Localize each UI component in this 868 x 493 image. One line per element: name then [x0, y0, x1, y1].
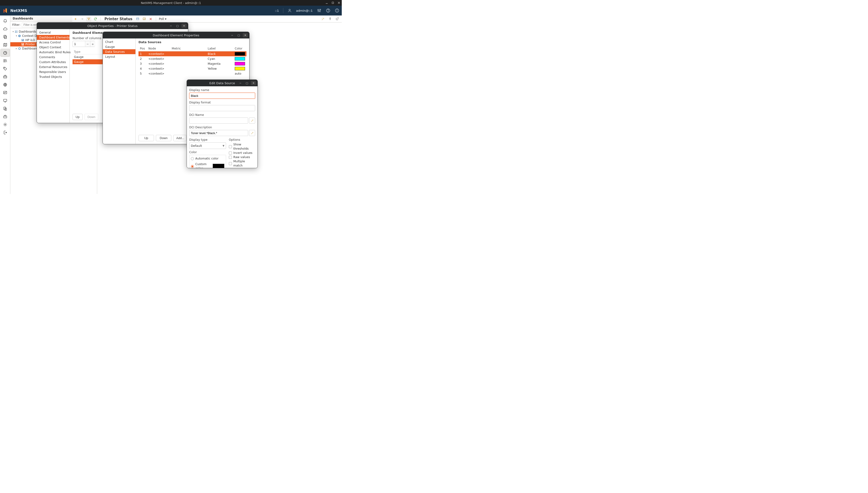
dialog-elem-minimize-icon[interactable]: ─: [230, 33, 235, 37]
dialog-ds-close-icon[interactable]: ✕: [251, 81, 256, 85]
nav-object-context[interactable]: Object Context: [37, 45, 69, 50]
window-minimize-icon[interactable]: [325, 1, 328, 4]
nav-trusted[interactable]: Trusted Objects: [37, 74, 69, 79]
col-label[interactable]: Label: [206, 46, 233, 51]
svg-rect-30: [143, 18, 145, 20]
poll-dropdown[interactable]: Poll ▾: [159, 17, 166, 21]
num-cols-minus[interactable]: −: [85, 41, 90, 47]
custom-color-swatch[interactable]: [213, 164, 224, 168]
ds-row[interactable]: 1<context>Black: [139, 51, 246, 57]
tool-delete-icon[interactable]: [148, 17, 153, 21]
rail-library[interactable]: [0, 57, 10, 65]
col-metric[interactable]: Metric: [170, 46, 206, 51]
check-raw[interactable]: Raw values: [229, 155, 255, 159]
rail-tags[interactable]: [0, 65, 10, 73]
nav-data-sources[interactable]: Data Sources: [103, 49, 136, 54]
elem-down-button[interactable]: Down: [156, 135, 171, 141]
rail-chart[interactable]: [0, 89, 10, 97]
radio-auto-color[interactable]: Automatic color: [191, 156, 224, 160]
help-icon[interactable]: [326, 8, 330, 13]
nav-ext-res[interactable]: External Resources: [37, 64, 69, 69]
back-icon[interactable]: [73, 17, 78, 21]
nav-gauge[interactable]: Gauge: [103, 44, 136, 49]
svg-point-18: [3, 51, 6, 55]
settings-sliders-icon[interactable]: [317, 8, 322, 13]
dialog-obj-close-icon[interactable]: ✕: [182, 24, 187, 28]
nav-access-control[interactable]: Access Control: [37, 40, 69, 45]
ds-row[interactable]: 4<context>Yellow: [139, 66, 246, 71]
info-icon[interactable]: [335, 8, 339, 13]
nav-dashboard-elements[interactable]: Dashboard Elements: [37, 35, 69, 40]
elem-add-button[interactable]: Add...: [173, 135, 186, 141]
check-multiple[interactable]: Multiple match: [229, 159, 255, 168]
dialog-elem-close-icon[interactable]: ✕: [243, 33, 248, 37]
rail-toolbox[interactable]: [0, 112, 10, 121]
col-node[interactable]: Node: [147, 46, 170, 51]
content-toolbar: ➔ Printer Status Poll ▾: [72, 16, 342, 22]
window-maximize-icon[interactable]: [331, 1, 334, 4]
obj-up-button[interactable]: Up: [73, 114, 83, 120]
rail-cloud[interactable]: [0, 25, 10, 33]
dialog-ds-maximize-icon[interactable]: ▢: [244, 81, 249, 85]
rail-globe[interactable]: [0, 81, 10, 89]
obj-down-button[interactable]: Down: [84, 114, 98, 120]
tool-wand-icon[interactable]: [321, 17, 325, 21]
radio-custom-color[interactable]: Custom color:: [191, 162, 224, 168]
tool-edit-icon[interactable]: [142, 17, 146, 21]
num-cols-stepper[interactable]: − +: [73, 41, 95, 47]
dci-desc-wand-icon[interactable]: [249, 130, 255, 136]
ds-row[interactable]: 5<context>auto: [139, 71, 246, 76]
dialog-obj-titlebar[interactable]: Object Properties - Printer Status ─ ▢ ✕: [37, 22, 188, 29]
dialog-ds-titlebar[interactable]: Edit Data Source ─ ▢ ✕: [187, 80, 257, 86]
filter-toggle-icon[interactable]: [86, 17, 91, 21]
dialog-elem-maximize-icon[interactable]: ▢: [236, 33, 241, 37]
rail-copy[interactable]: [0, 33, 10, 41]
dci-name-wand-icon[interactable]: [249, 117, 255, 124]
rail-gear[interactable]: [0, 121, 10, 129]
nav-custom-attrs[interactable]: Custom Attributes: [37, 60, 69, 64]
check-thresholds[interactable]: Show thresholds: [229, 142, 255, 151]
col-pos[interactable]: Pos: [139, 46, 147, 51]
dialog-ds-minimize-icon[interactable]: ─: [238, 81, 243, 85]
window-close-icon[interactable]: [337, 1, 340, 4]
nav-chart[interactable]: Chart: [103, 39, 136, 44]
col-color[interactable]: Color: [233, 46, 246, 51]
forward-icon[interactable]: ➔: [80, 17, 84, 21]
rail-monitor[interactable]: [0, 97, 10, 105]
svg-point-19: [4, 68, 4, 68]
rail-alarms[interactable]: [0, 17, 10, 25]
elem-up-button[interactable]: Up: [139, 135, 154, 141]
num-cols-plus[interactable]: +: [90, 41, 95, 47]
input-display-name[interactable]: [189, 93, 255, 99]
nav-layout[interactable]: Layout: [103, 54, 136, 59]
refresh-icon[interactable]: [93, 17, 98, 21]
input-dci-name[interactable]: [189, 117, 248, 124]
rail-briefcase[interactable]: [0, 73, 10, 81]
os-titlebar[interactable]: NetXMS Management Client - admin@::1: [0, 0, 342, 6]
data-sources-table[interactable]: Pos Node Metric Label Color 1<context>Bl…: [139, 46, 246, 76]
check-invert[interactable]: Invert values: [229, 151, 255, 155]
nav-general[interactable]: General: [37, 30, 69, 35]
tool-view-icon[interactable]: [135, 17, 140, 21]
num-cols-input[interactable]: [73, 42, 85, 46]
tool-popout-icon[interactable]: [335, 17, 339, 21]
nav-auto-bind[interactable]: Automatic Bind Rules: [37, 50, 69, 55]
ds-row[interactable]: 2<context>Cyan: [139, 56, 246, 61]
input-dci-desc[interactable]: [189, 130, 248, 136]
user-name[interactable]: admin@::1: [296, 9, 313, 13]
nav-resp-users[interactable]: Responsible Users: [37, 69, 69, 74]
dialog-obj-maximize-icon[interactable]: ▢: [175, 24, 180, 28]
ds-row[interactable]: 3<context>Magenta: [139, 61, 246, 66]
rail-map[interactable]: [0, 41, 10, 49]
input-display-format[interactable]: [189, 105, 255, 111]
dialog-elem-titlebar[interactable]: Dashboard Element Properties ─ ▢ ✕: [103, 32, 249, 39]
tool-pin-icon[interactable]: [328, 17, 332, 21]
rail-dashboard[interactable]: [0, 49, 10, 57]
rail-device[interactable]: [0, 105, 10, 112]
dialog-edit-data-source[interactable]: Edit Data Source ─ ▢ ✕ Display name Disp…: [187, 80, 258, 168]
dialog-obj-minimize-icon[interactable]: ─: [168, 24, 173, 28]
select-display-type[interactable]: Default ▼: [189, 142, 226, 149]
lbl-dci-desc: DCI Description: [189, 126, 255, 129]
nav-comments[interactable]: Comments: [37, 55, 69, 60]
rail-logout[interactable]: [0, 129, 10, 136]
